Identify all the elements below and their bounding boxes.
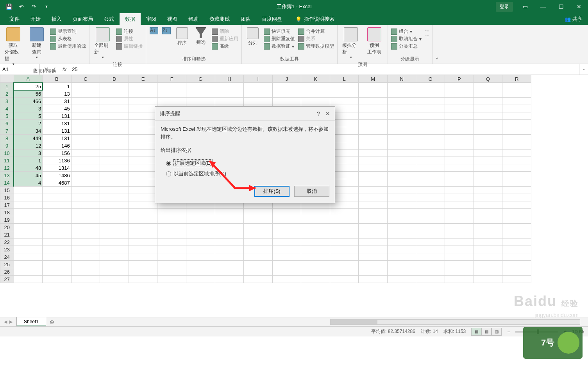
cell[interactable] <box>129 194 157 201</box>
cell[interactable] <box>100 268 129 276</box>
cell[interactable]: 5 <box>14 112 43 120</box>
cell[interactable] <box>186 276 215 283</box>
cell[interactable] <box>71 253 100 261</box>
cell[interactable]: 12 <box>14 142 43 150</box>
cell[interactable] <box>416 120 445 127</box>
text-to-columns-button[interactable]: 分列 <box>244 27 261 47</box>
cell[interactable] <box>157 239 186 246</box>
cancel-formula-icon[interactable]: ✕ <box>44 66 49 73</box>
row-header[interactable]: 20 <box>0 224 14 231</box>
row-header[interactable]: 6 <box>0 120 14 127</box>
cell[interactable] <box>416 172 445 179</box>
new-sheet-button[interactable]: ⊕ <box>46 319 58 325</box>
cell[interactable]: 156 <box>43 150 71 157</box>
cell[interactable] <box>445 98 474 105</box>
row-header[interactable]: 7 <box>0 127 14 135</box>
cell[interactable] <box>43 246 71 253</box>
column-header[interactable]: K <box>301 75 330 83</box>
cell[interactable] <box>330 209 359 216</box>
cell[interactable] <box>157 246 186 253</box>
cell[interactable] <box>301 239 330 246</box>
cell[interactable] <box>387 90 416 98</box>
cell[interactable] <box>359 179 388 187</box>
cell[interactable] <box>445 120 474 127</box>
cell[interactable] <box>71 231 100 239</box>
cell[interactable]: 4687 <box>43 179 71 187</box>
cell[interactable] <box>244 216 273 224</box>
cell[interactable] <box>71 157 100 164</box>
row-header[interactable]: 16 <box>0 194 14 201</box>
cell[interactable] <box>502 127 531 135</box>
cell[interactable] <box>502 142 531 150</box>
cell[interactable] <box>215 90 244 98</box>
cell[interactable] <box>129 253 157 261</box>
cell[interactable] <box>157 268 186 276</box>
cell[interactable] <box>301 98 330 105</box>
cell[interactable] <box>100 224 129 231</box>
cell[interactable] <box>244 246 273 253</box>
subtotal-button[interactable]: 分类汇总 <box>391 43 422 50</box>
cell[interactable]: 449 <box>14 135 43 142</box>
cell[interactable] <box>416 164 445 172</box>
cell[interactable] <box>416 150 445 157</box>
cell[interactable] <box>387 201 416 209</box>
cell[interactable] <box>387 194 416 201</box>
cell[interactable] <box>416 201 445 209</box>
cell[interactable] <box>474 268 502 276</box>
cell[interactable] <box>359 164 388 172</box>
cell[interactable] <box>215 246 244 253</box>
cell[interactable] <box>359 239 388 246</box>
tab-home[interactable]: 开始 <box>25 13 46 25</box>
cell[interactable] <box>301 276 330 283</box>
column-header[interactable]: P <box>445 75 474 83</box>
cell[interactable] <box>502 246 531 253</box>
cell[interactable] <box>416 179 445 187</box>
cell[interactable] <box>244 98 273 105</box>
cell[interactable] <box>186 246 215 253</box>
cell[interactable] <box>301 246 330 253</box>
column-header[interactable]: B <box>43 75 71 83</box>
cell[interactable] <box>502 112 531 120</box>
cell[interactable] <box>186 216 215 224</box>
ribbon-collapse-icon[interactable]: ^ <box>433 25 442 64</box>
column-header[interactable]: I <box>244 75 273 83</box>
flash-fill-button[interactable]: 快速填充 <box>264 28 295 35</box>
dialog-help-icon[interactable]: ? <box>317 110 320 117</box>
cell[interactable] <box>445 216 474 224</box>
cell[interactable] <box>301 268 330 276</box>
cell[interactable] <box>215 209 244 216</box>
cell[interactable] <box>359 231 388 239</box>
column-header[interactable]: E <box>129 75 157 83</box>
cell[interactable] <box>387 268 416 276</box>
cell[interactable] <box>502 239 531 246</box>
cell[interactable] <box>445 142 474 150</box>
cell[interactable] <box>387 83 416 90</box>
cell[interactable] <box>186 224 215 231</box>
row-header[interactable]: 14 <box>0 179 14 187</box>
cell[interactable] <box>474 90 502 98</box>
cell[interactable] <box>71 261 100 268</box>
cell[interactable] <box>71 98 100 105</box>
cell[interactable] <box>215 224 244 231</box>
column-header[interactable]: L <box>330 75 359 83</box>
row-header[interactable]: 13 <box>0 172 14 179</box>
cell[interactable] <box>445 150 474 157</box>
cell[interactable] <box>14 231 43 239</box>
cell[interactable] <box>387 172 416 179</box>
cell[interactable] <box>502 209 531 216</box>
cell[interactable] <box>330 246 359 253</box>
cell[interactable] <box>301 216 330 224</box>
cell[interactable]: 56 <box>14 90 43 98</box>
column-header[interactable]: F <box>157 75 186 83</box>
cell[interactable] <box>502 120 531 127</box>
cell[interactable] <box>129 261 157 268</box>
cell[interactable] <box>186 209 215 216</box>
cell[interactable] <box>502 268 531 276</box>
cell[interactable] <box>129 135 157 142</box>
cell[interactable] <box>100 112 129 120</box>
cell[interactable] <box>71 150 100 157</box>
cell[interactable] <box>157 98 186 105</box>
cell[interactable] <box>474 209 502 216</box>
cell[interactable] <box>43 187 71 194</box>
tab-baidu[interactable]: 百度网盘 <box>256 13 288 25</box>
